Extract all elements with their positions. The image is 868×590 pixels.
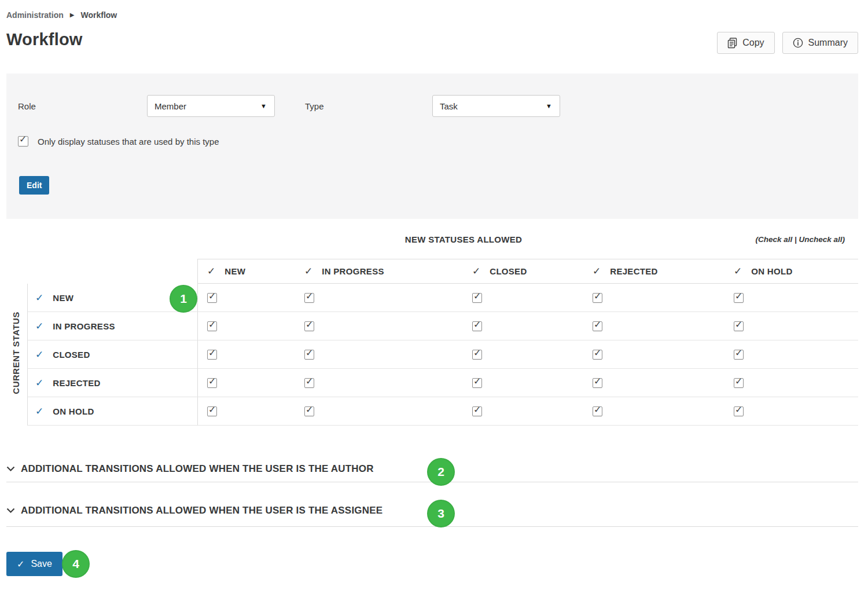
transition-checkbox[interactable]: ✓ <box>734 406 744 416</box>
check-icon: ✓ <box>734 266 742 276</box>
annotation-badge-2: 2 <box>427 458 455 486</box>
check-icon: ✓ <box>735 319 742 330</box>
transition-checkbox[interactable]: ✓ <box>207 406 217 416</box>
check-icon: ✓ <box>35 321 43 331</box>
transition-checkbox[interactable]: ✓ <box>207 321 217 331</box>
transition-checkbox[interactable]: ✓ <box>304 406 314 416</box>
column-header-rejected: ✓REJECTED <box>583 259 724 284</box>
summary-button-label: Summary <box>808 38 848 48</box>
transition-checkbox[interactable]: ✓ <box>304 293 314 303</box>
transition-checkbox[interactable]: ✓ <box>734 321 744 331</box>
row-header-label: IN PROGRESS <box>53 321 115 331</box>
transition-checkbox[interactable]: ✓ <box>593 350 602 360</box>
type-label: Type <box>305 101 432 111</box>
chevron-down-icon <box>6 466 15 472</box>
matrix-cell: ✓ <box>583 312 724 340</box>
info-icon <box>793 38 803 48</box>
transition-checkbox[interactable]: ✓ <box>734 378 744 388</box>
check-icon: ✓ <box>735 291 742 302</box>
save-button-label: Save <box>31 559 52 569</box>
row-header-label: REJECTED <box>53 378 100 388</box>
section-author-title: ADDITIONAL TRANSITIONS ALLOWED WHEN THE … <box>21 463 374 475</box>
check-all-link[interactable]: Check all <box>758 235 792 244</box>
check-icon: ✓ <box>473 291 481 302</box>
check-icon: ✓ <box>473 347 481 358</box>
check-icon: ✓ <box>306 347 313 358</box>
check-uncheck-links: (Check all | Uncheck all) <box>755 235 845 244</box>
dropdown-caret-icon: ▼ <box>546 102 552 109</box>
table-row: ✓NEW✓✓✓✓✓ <box>27 284 858 312</box>
edit-button[interactable]: Edit <box>19 176 49 195</box>
matrix-cell: ✓ <box>724 397 858 426</box>
section-author[interactable]: ADDITIONAL TRANSITIONS ALLOWED WHEN THE … <box>6 463 374 475</box>
check-icon: ✓ <box>306 404 313 415</box>
transition-checkbox[interactable]: ✓ <box>472 350 482 360</box>
type-select[interactable]: Task ▼ <box>432 95 560 117</box>
check-icon: ✓ <box>472 266 480 276</box>
type-select-value: Task <box>440 101 458 111</box>
matrix-cell: ✓ <box>295 340 463 369</box>
transition-checkbox[interactable]: ✓ <box>207 378 217 388</box>
check-icon: ✓ <box>594 291 601 302</box>
breadcrumb-administration[interactable]: Administration <box>6 10 64 20</box>
transition-checkbox[interactable]: ✓ <box>734 350 744 360</box>
summary-button[interactable]: Summary <box>782 32 858 54</box>
role-label: Role <box>18 101 147 111</box>
role-select[interactable]: Member ▼ <box>147 95 275 117</box>
matrix-cell: ✓ <box>197 284 295 312</box>
section-assignee[interactable]: ADDITIONAL TRANSITIONS ALLOWED WHEN THE … <box>6 505 382 516</box>
copy-button[interactable]: Copy <box>717 32 774 54</box>
matrix-cell: ✓ <box>463 312 583 340</box>
workflow-matrix: ✓NEW✓IN PROGRESS✓CLOSED✓REJECTED✓ON HOLD… <box>27 259 858 426</box>
transition-checkbox[interactable]: ✓ <box>304 378 314 388</box>
chevron-down-icon <box>6 508 15 514</box>
transition-checkbox[interactable]: ✓ <box>472 293 482 303</box>
matrix-cell: ✓ <box>724 369 858 397</box>
check-icon: ✓ <box>594 319 601 330</box>
matrix-cell: ✓ <box>295 284 463 312</box>
breadcrumb: Administration ▶ Workflow <box>6 10 117 20</box>
transition-checkbox[interactable]: ✓ <box>593 378 602 388</box>
only-display-checkbox[interactable]: ✓ <box>18 136 28 146</box>
transition-checkbox[interactable]: ✓ <box>304 350 314 360</box>
transition-checkbox[interactable]: ✓ <box>734 293 744 303</box>
column-header-label: CLOSED <box>490 266 527 276</box>
table-row: ✓REJECTED✓✓✓✓✓ <box>27 369 858 397</box>
check-icon: ✓ <box>473 376 481 387</box>
copy-button-label: Copy <box>742 38 764 48</box>
transition-checkbox[interactable]: ✓ <box>207 350 217 360</box>
check-icon: ✓ <box>304 266 312 276</box>
check-icon: ✓ <box>35 350 43 360</box>
uncheck-all-link[interactable]: Uncheck all <box>799 235 842 244</box>
transition-checkbox[interactable]: ✓ <box>472 378 482 388</box>
breadcrumb-arrow-icon: ▶ <box>70 12 75 18</box>
transition-checkbox[interactable]: ✓ <box>593 406 602 416</box>
check-icon: ✓ <box>19 134 27 145</box>
column-header-in-progress: ✓IN PROGRESS <box>295 259 463 284</box>
column-header-label: ON HOLD <box>751 266 792 276</box>
matrix-cell: ✓ <box>463 397 583 426</box>
row-header-label: CLOSED <box>53 350 90 360</box>
check-icon: ✓ <box>35 406 43 416</box>
filter-row: Role Member ▼ Type Task ▼ <box>18 95 560 117</box>
transition-checkbox[interactable]: ✓ <box>472 321 482 331</box>
transition-checkbox[interactable]: ✓ <box>472 406 482 416</box>
transition-checkbox[interactable]: ✓ <box>593 321 602 331</box>
transition-checkbox[interactable]: ✓ <box>207 293 217 303</box>
transition-checkbox[interactable]: ✓ <box>593 293 602 303</box>
column-header-label: NEW <box>225 266 245 276</box>
save-button[interactable]: ✓ Save <box>6 552 62 576</box>
matrix-header-row: ✓NEW✓IN PROGRESS✓CLOSED✓REJECTED✓ON HOLD <box>27 259 858 284</box>
matrix-cell: ✓ <box>583 397 724 426</box>
matrix-cell: ✓ <box>197 340 295 369</box>
check-icon: ✓ <box>594 347 601 358</box>
transition-checkbox[interactable]: ✓ <box>304 321 314 331</box>
matrix-cell: ✓ <box>724 284 858 312</box>
page-title: Workflow <box>6 30 83 49</box>
link-separator: | <box>792 235 799 244</box>
check-icon: ✓ <box>208 376 216 387</box>
check-icon: ✓ <box>735 347 742 358</box>
section-assignee-title: ADDITIONAL TRANSITIONS ALLOWED WHEN THE … <box>21 505 382 516</box>
row-header-closed: ✓CLOSED <box>27 340 197 369</box>
filter-panel: Role Member ▼ Type Task ▼ ✓ Only display… <box>6 74 858 219</box>
